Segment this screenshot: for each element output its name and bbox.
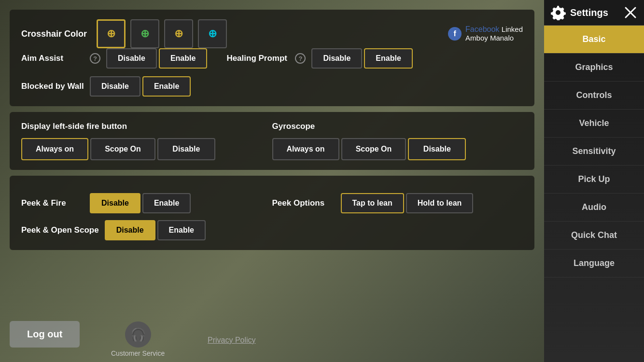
peek-tap-lean[interactable]: Tap to lean: [341, 193, 404, 213]
peek-hold-lean[interactable]: Hold to lean: [406, 193, 474, 213]
gyroscope-toggle: Always on Scope On Disable: [272, 138, 523, 160]
blocked-wall-toggle: Disable Enable: [90, 76, 191, 97]
peek-row: Peek & Fire Disable Enable Peek & Open S…: [21, 185, 523, 240]
fire-disable[interactable]: Disable: [157, 138, 215, 160]
facebook-link[interactable]: f Facebook Linked Amboy Manalo: [448, 25, 523, 42]
crosshair-label: Crosshair Color: [21, 29, 89, 39]
peek-open-scope-label: Peek & Open Scope: [21, 225, 99, 235]
dual-settings-row: Aim Assist ? Disable Enable Healing Prom…: [21, 48, 523, 69]
healing-prompt-group: Healing Prompt ? Disable Enable: [226, 48, 412, 69]
fire-gyro-row: Display left-side fire button Always on …: [21, 122, 523, 160]
fire-button-section: Display left-side fire button Always on …: [21, 122, 272, 160]
sidebar-nav: Basic Graphics Controls Vehicle Sensitiv…: [544, 26, 644, 362]
close-button[interactable]: [624, 6, 637, 19]
sidebar-item-sensitivity[interactable]: Sensitivity: [544, 138, 644, 166]
peek-fire-label: Peek & Fire: [21, 198, 84, 208]
sidebar-item-vehicle[interactable]: Vehicle: [544, 110, 644, 138]
gyroscope-section: Gyroscope Always on Scope On Disable: [272, 122, 523, 160]
customer-service[interactable]: 🎧 Customer Service: [111, 321, 165, 357]
fire-scope-on[interactable]: Scope On: [90, 138, 155, 160]
sidebar-header: Settings: [544, 0, 644, 26]
peek-options-toggle: Tap to lean Hold to lean: [341, 193, 474, 213]
sidebar-item-audio[interactable]: Audio: [544, 194, 644, 222]
logout-button[interactable]: Log out: [10, 321, 80, 348]
fire-button-toggle: Always on Scope On Disable: [21, 138, 272, 160]
crosshair-color-gold[interactable]: ⊕: [97, 19, 126, 48]
crosshair-gold-icon: ⊕: [107, 28, 115, 40]
aim-assist-enable[interactable]: Enable: [159, 48, 207, 69]
gear-icon: [551, 5, 566, 20]
healing-prompt-label: Healing Prompt: [226, 54, 289, 63]
sidebar-item-pickup[interactable]: Pick Up: [544, 166, 644, 194]
crosshair-color-green[interactable]: ⊕: [130, 19, 159, 48]
healing-prompt-help[interactable]: ?: [295, 53, 306, 64]
facebook-status-linked: Linked: [502, 25, 523, 33]
aim-assist-disable[interactable]: Disable: [106, 48, 157, 69]
settings-title: Settings: [570, 7, 608, 18]
sidebar-item-basic[interactable]: Basic: [544, 26, 644, 54]
peek-options-label: Peek Options: [272, 198, 335, 208]
blocked-wall-disable[interactable]: Disable: [90, 76, 140, 97]
facebook-info: Facebook Linked Amboy Manalo: [465, 25, 523, 42]
sidebar-header-left: Settings: [551, 5, 608, 20]
healing-prompt-toggle: Disable Enable: [311, 48, 412, 69]
aim-assist-help[interactable]: ?: [90, 53, 100, 64]
privacy-policy-link[interactable]: Privacy Policy: [208, 336, 256, 345]
gyro-disable[interactable]: Disable: [408, 138, 466, 160]
customer-service-icon: 🎧: [125, 321, 151, 348]
peek-scope-disable[interactable]: Disable: [105, 220, 155, 240]
peek-fire-section: Peek & Fire Disable Enable Peek & Open S…: [21, 185, 272, 240]
crosshair-row: Crosshair Color ⊕ ⊕ ⊕ ⊕: [21, 19, 523, 48]
facebook-icon: f: [448, 27, 462, 41]
sidebar-item-quickchat[interactable]: Quick Chat: [544, 222, 644, 250]
facebook-username: Amboy Manalo: [465, 34, 514, 42]
sidebar: Settings Basic Graphics Controls Vehicle…: [544, 0, 644, 362]
blocked-wall-enable[interactable]: Enable: [142, 76, 191, 97]
gyro-scope-on[interactable]: Scope On: [341, 138, 406, 160]
basic-panel-3: Peek & Fire Disable Enable Peek & Open S…: [10, 176, 534, 250]
basic-panel-1: Crosshair Color ⊕ ⊕ ⊕ ⊕: [10, 10, 534, 106]
peek-fire-disable[interactable]: Disable: [90, 193, 140, 213]
blocked-wall-label: Blocked by Wall: [21, 82, 84, 91]
main-content: Crosshair Color ⊕ ⊕ ⊕ ⊕: [0, 0, 544, 362]
healing-prompt-enable[interactable]: Enable: [364, 48, 412, 69]
fire-button-label: Display left-side fire button: [21, 122, 272, 131]
healing-prompt-disable[interactable]: Disable: [311, 48, 362, 69]
sidebar-item-graphics[interactable]: Graphics: [544, 54, 644, 82]
peek-scope-toggle: Disable Enable: [105, 220, 206, 240]
crosshair-colors: ⊕ ⊕ ⊕ ⊕: [97, 19, 227, 48]
peek-fire-enable[interactable]: Enable: [142, 193, 191, 213]
basic-panel-2: Display left-side fire button Always on …: [10, 112, 534, 170]
peek-fire-row: Peek & Fire Disable Enable: [21, 193, 272, 213]
crosshair-color-cyan[interactable]: ⊕: [198, 19, 227, 48]
peek-options-section: Peek Options Tap to lean Hold to lean: [272, 185, 523, 213]
gyroscope-label: Gyroscope: [272, 122, 523, 131]
crosshair-gold2-icon: ⊕: [174, 28, 183, 40]
facebook-link-text: Facebook: [465, 25, 499, 33]
fire-always-on[interactable]: Always on: [21, 138, 88, 160]
peek-scope-row: Peek & Open Scope Disable Enable: [21, 220, 272, 240]
aim-assist-group: Aim Assist ? Disable Enable: [21, 48, 207, 69]
crosshair-color-gold2[interactable]: ⊕: [164, 19, 193, 48]
crosshair-cyan-icon: ⊕: [208, 28, 217, 40]
peek-scope-enable[interactable]: Enable: [157, 220, 206, 240]
aim-assist-label: Aim Assist: [21, 54, 84, 63]
crosshair-left: Crosshair Color ⊕ ⊕ ⊕ ⊕: [21, 19, 227, 48]
blocked-wall-row: Blocked by Wall Disable Enable: [21, 76, 523, 97]
sidebar-item-language[interactable]: Language: [544, 250, 644, 278]
peek-fire-toggle: Disable Enable: [90, 193, 191, 213]
gyro-always-on[interactable]: Always on: [272, 138, 339, 160]
aim-assist-toggle: Disable Enable: [106, 48, 207, 69]
peek-options-row: Peek Options Tap to lean Hold to lean: [272, 193, 523, 213]
sidebar-item-controls[interactable]: Controls: [544, 82, 644, 110]
crosshair-green-icon: ⊕: [140, 28, 149, 40]
customer-service-label: Customer Service: [111, 349, 165, 357]
